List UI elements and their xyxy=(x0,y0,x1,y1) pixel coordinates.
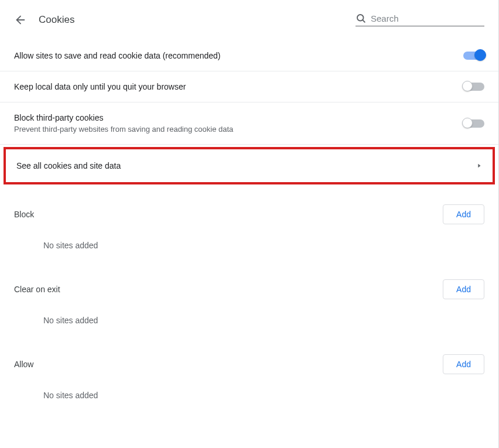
back-arrow-icon[interactable] xyxy=(14,13,27,26)
page-title: Cookies xyxy=(39,14,344,26)
block-third-party-row: Block third-party cookies Prevent third-… xyxy=(0,102,498,145)
allow-add-button[interactable]: Add xyxy=(443,354,484,374)
block-third-party-label: Block third-party cookies xyxy=(14,113,233,122)
allow-section: Allow Add No sites added xyxy=(0,337,498,412)
search-box[interactable] xyxy=(356,13,484,26)
keep-local-row: Keep local data only until you quit your… xyxy=(0,71,498,102)
page-header: Cookies xyxy=(0,6,498,40)
allow-cookies-label: Allow sites to save and read cookie data… xyxy=(14,51,221,60)
allow-empty-text: No sites added xyxy=(14,379,484,412)
block-section: Block Add No sites added xyxy=(0,187,498,262)
keep-local-toggle[interactable] xyxy=(463,83,484,91)
clear-on-exit-section: Clear on exit Add No sites added xyxy=(0,262,498,337)
svg-line-2 xyxy=(363,20,364,22)
clear-on-exit-add-button[interactable]: Add xyxy=(443,279,484,299)
allow-section-title: Allow xyxy=(14,360,33,369)
clear-on-exit-title: Clear on exit xyxy=(14,285,60,294)
block-third-party-toggle[interactable] xyxy=(463,119,484,128)
see-all-cookies-row[interactable]: See all cookies and site data xyxy=(4,147,495,184)
block-empty-text: No sites added xyxy=(14,229,484,262)
block-add-button[interactable]: Add xyxy=(443,204,484,224)
keep-local-label: Keep local data only until you quit your… xyxy=(14,82,186,91)
search-input[interactable] xyxy=(371,13,484,23)
see-all-cookies-label: See all cookies and site data xyxy=(16,161,121,170)
svg-marker-3 xyxy=(478,164,480,168)
clear-on-exit-empty-text: No sites added xyxy=(14,304,484,337)
search-icon xyxy=(356,13,366,23)
block-third-party-sublabel: Prevent third-party websites from saving… xyxy=(14,125,233,134)
allow-cookies-toggle[interactable] xyxy=(463,52,484,60)
allow-cookies-row: Allow sites to save and read cookie data… xyxy=(0,40,498,71)
chevron-right-icon xyxy=(476,163,482,169)
block-section-title: Block xyxy=(14,210,34,219)
